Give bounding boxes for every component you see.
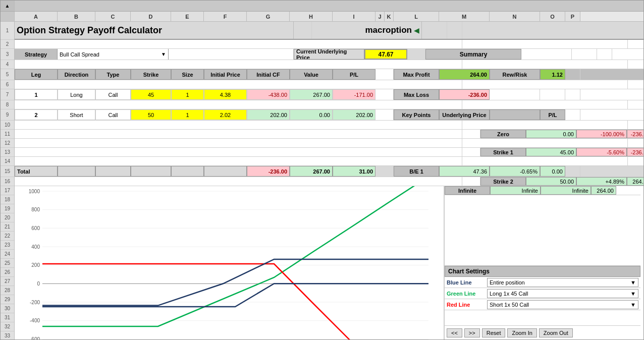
kp-infinite-label: Infinite bbox=[445, 186, 490, 195]
leg1-strike[interactable]: 45 bbox=[131, 89, 171, 100]
red-line-value: Short 1x 50 Call bbox=[490, 302, 630, 308]
svg-text:600: 600 bbox=[31, 225, 40, 231]
green-line-dropdown-arrow: ▼ bbox=[630, 291, 636, 297]
col-value-header: Value bbox=[290, 69, 333, 80]
kp-strike1-pct: -5.60% bbox=[576, 148, 627, 156]
col-header-i: I bbox=[333, 12, 375, 21]
separator-cell bbox=[294, 22, 312, 39]
kp-infinite-pl: 264.00 bbox=[591, 186, 616, 195]
next-button[interactable]: >> bbox=[464, 328, 480, 337]
leg2-num: 2 bbox=[15, 109, 58, 120]
total-value: 267.00 bbox=[290, 166, 333, 177]
row-num-15: 15 bbox=[1, 166, 14, 177]
col-header-p: P bbox=[565, 12, 580, 21]
kp-be1-price: 47.36 bbox=[439, 166, 490, 177]
col-header-k: K bbox=[385, 12, 394, 21]
app-title: Option Strategy Payoff Calculator bbox=[15, 22, 294, 39]
blue-line-label: Blue Line bbox=[447, 279, 487, 286]
prev-button[interactable]: << bbox=[447, 328, 462, 337]
total-pl: 31.00 bbox=[333, 166, 375, 177]
col-header-f: F bbox=[204, 12, 247, 21]
red-line bbox=[42, 264, 428, 339]
summary-rew-risk-value: 1.12 bbox=[540, 69, 565, 80]
row-num-6: 6 bbox=[1, 80, 14, 89]
leg2-value: 0.00 bbox=[290, 109, 333, 120]
leg2-initial-cf: 202.00 bbox=[247, 109, 290, 120]
leg1-value: 267.00 bbox=[290, 89, 333, 100]
leg2-direction: Short bbox=[58, 109, 95, 120]
kp-zero-pl: -236.00 bbox=[627, 130, 643, 138]
current-price-value[interactable]: 47.67 bbox=[364, 49, 407, 60]
kp-strike2-label: Strike 2 bbox=[480, 177, 526, 186]
zoom-out-button[interactable]: Zoom Out bbox=[539, 328, 573, 337]
leg1-initial-price[interactable]: 4.38 bbox=[204, 89, 247, 100]
leg2-initial-price[interactable]: 2.02 bbox=[204, 109, 247, 120]
leg1-size[interactable]: 1 bbox=[171, 89, 204, 100]
current-price-label: Current Underlying Price bbox=[294, 49, 364, 60]
red-line-dropdown[interactable]: Short 1x 50 Call ▼ bbox=[487, 300, 638, 309]
col-header-a: A bbox=[15, 12, 58, 21]
row-num-16: 16 bbox=[1, 177, 14, 186]
chart-settings-header: Chart Settings bbox=[445, 266, 640, 277]
kp-be1-pl: 0.00 bbox=[540, 166, 565, 177]
green-line-label: Green Line bbox=[447, 291, 487, 297]
row-num-27: 27 bbox=[1, 277, 14, 286]
kp-strike1-pl: -236.00 bbox=[627, 148, 643, 156]
col-size-header: Size bbox=[171, 69, 204, 80]
row-num-7: 7 bbox=[1, 89, 14, 100]
col-header-g: G bbox=[247, 12, 290, 21]
col-header-m: M bbox=[439, 12, 490, 21]
col-header-e: E bbox=[171, 12, 204, 21]
row-num-10: 10 bbox=[1, 121, 14, 130]
chart-area: 1000 800 600 400 200 0 -200 -400 -600 -8… bbox=[15, 186, 444, 339]
brand-icon: ◀ bbox=[414, 26, 419, 34]
summary-max-profit-label: Max Profit bbox=[394, 69, 439, 80]
col-header-b: B bbox=[58, 12, 95, 21]
summary-max-loss-label: Max Loss bbox=[394, 89, 439, 100]
svg-text:-200: -200 bbox=[30, 300, 40, 305]
svg-text:200: 200 bbox=[31, 262, 40, 268]
row-num-12: 12 bbox=[1, 139, 14, 148]
svg-text:-400: -400 bbox=[30, 318, 40, 323]
strategy-label: Strategy bbox=[15, 49, 58, 60]
leg2-strike[interactable]: 50 bbox=[131, 109, 171, 120]
row-num-9: 9 bbox=[1, 109, 14, 121]
dropdown-arrow-icon: ▼ bbox=[161, 51, 166, 57]
col-header-n: N bbox=[490, 12, 540, 21]
col-type-header: Type bbox=[95, 69, 131, 80]
row-num-22: 22 bbox=[1, 232, 14, 241]
svg-text:1000: 1000 bbox=[29, 189, 40, 194]
svg-text:400: 400 bbox=[31, 244, 40, 250]
row-num-8: 8 bbox=[1, 100, 14, 109]
kp-strike1-price: 45.00 bbox=[526, 148, 576, 156]
row-num-11: 11 bbox=[1, 130, 14, 139]
col-header-d: D bbox=[131, 12, 171, 21]
col-direction-header: Direction bbox=[58, 69, 95, 80]
col-header-o: O bbox=[540, 12, 565, 21]
zoom-in-button[interactable]: Zoom In bbox=[507, 328, 536, 337]
row-num-4: 4 bbox=[1, 60, 14, 69]
leg2-size[interactable]: 1 bbox=[171, 109, 204, 120]
row-num-28: 28 bbox=[1, 286, 14, 295]
red-line-dropdown-arrow: ▼ bbox=[630, 302, 636, 308]
row-num-33: 33 bbox=[1, 331, 14, 339]
kp-strike2-pct: +4.89% bbox=[576, 177, 627, 186]
blue-line-corrected bbox=[42, 259, 428, 306]
green-line-dropdown[interactable]: Long 1x 45 Call ▼ bbox=[487, 289, 638, 298]
row-num-17: 17 bbox=[1, 186, 14, 195]
kp-zero-price: 0.00 bbox=[526, 130, 576, 138]
col-strike-header: Strike bbox=[131, 69, 171, 80]
kp-zero-label: Zero bbox=[480, 130, 526, 138]
col-leg-header: Leg bbox=[15, 69, 58, 80]
row-num-30: 30 bbox=[1, 304, 14, 313]
kp-infinite-price: Infinite bbox=[490, 186, 541, 195]
row-num-25: 25 bbox=[1, 259, 14, 268]
blue-line-dropdown[interactable]: Entire position ▼ bbox=[487, 278, 638, 287]
row-num-19: 19 bbox=[1, 204, 14, 213]
strategy-dropdown[interactable]: Bull Call Spread ▼ bbox=[58, 49, 169, 60]
kp-strike2-price: 50.00 bbox=[526, 177, 576, 186]
reset-button[interactable]: Reset bbox=[482, 328, 506, 337]
red-line-label: Red Line bbox=[447, 302, 487, 308]
col-header-c: C bbox=[95, 12, 131, 21]
col-pl-header: P/L bbox=[333, 69, 375, 80]
